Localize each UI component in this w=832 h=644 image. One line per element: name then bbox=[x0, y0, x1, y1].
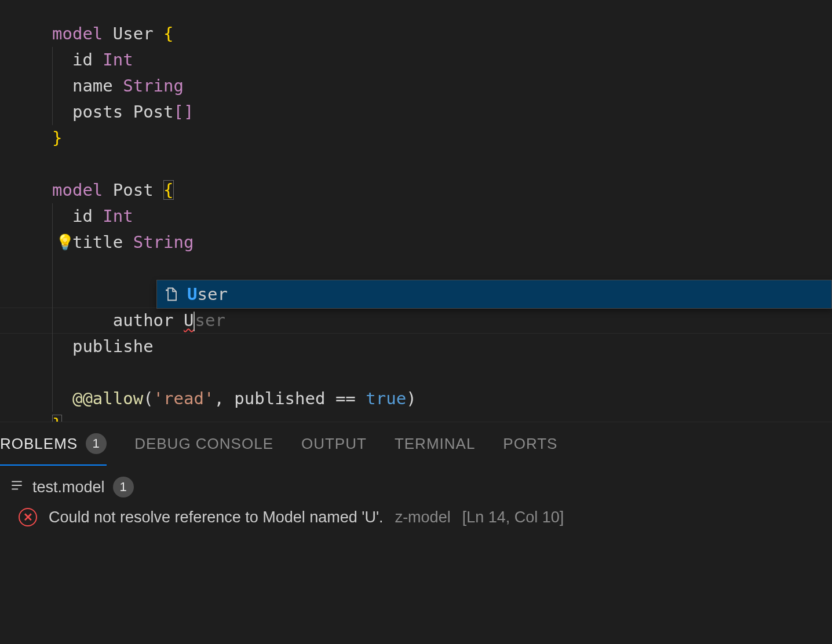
decorator: @@allow bbox=[72, 389, 143, 408]
field-name: name bbox=[72, 76, 113, 96]
code-line[interactable] bbox=[0, 360, 832, 386]
boolean-literal: true bbox=[366, 389, 406, 408]
brace-close: } bbox=[52, 128, 62, 148]
array-brackets: [] bbox=[174, 102, 194, 122]
lightbulb-icon[interactable]: 💡 bbox=[56, 229, 74, 255]
tab-debug-console[interactable]: DEBUG CONSOLE bbox=[134, 422, 273, 465]
type-name: User bbox=[113, 24, 154, 43]
field-name: id bbox=[72, 50, 93, 69]
code-line[interactable]: posts Post[] bbox=[0, 99, 832, 125]
tab-output[interactable]: OUTPUT bbox=[301, 422, 367, 465]
intellisense-label: User bbox=[187, 281, 228, 308]
file-error-count-badge: 1 bbox=[113, 477, 134, 497]
error-icon: ✕ bbox=[19, 508, 37, 526]
current-line-highlight bbox=[0, 308, 832, 334]
code-line[interactable]: @@allow('read', published == true) bbox=[0, 386, 832, 412]
problems-list[interactable]: test.model 1 ✕ Could not resolve referen… bbox=[0, 465, 832, 533]
keyword-model: model bbox=[52, 180, 103, 200]
tab-terminal[interactable]: TERMINAL bbox=[395, 422, 475, 465]
code-line[interactable] bbox=[0, 151, 832, 177]
problem-item[interactable]: ✕ Could not resolve reference to Model n… bbox=[9, 501, 823, 533]
code-line[interactable]: } bbox=[0, 125, 832, 151]
problems-file-name: test.model bbox=[32, 478, 105, 496]
field-name-partial: publishe bbox=[72, 336, 154, 356]
problem-location: [Ln 14, Col 10] bbox=[462, 508, 564, 526]
field-type: Int bbox=[103, 206, 133, 226]
code-line[interactable]: model Post { bbox=[0, 177, 832, 203]
class-icon bbox=[164, 286, 180, 302]
problems-file-row[interactable]: test.model 1 bbox=[9, 473, 823, 501]
field-name: title bbox=[72, 232, 123, 252]
problems-count-badge: 1 bbox=[86, 433, 107, 454]
panel-tabs: ROBLEMS 1 DEBUG CONSOLE OUTPUT TERMINAL … bbox=[0, 422, 832, 465]
field-name: id bbox=[72, 206, 93, 226]
field-type: String bbox=[133, 232, 194, 252]
code-line[interactable]: id Int bbox=[0, 47, 832, 73]
brace-open: { bbox=[163, 180, 173, 200]
keyword-model: model bbox=[52, 24, 103, 43]
tab-label: ROBLEMS bbox=[0, 435, 78, 453]
string-literal: 'read' bbox=[154, 389, 214, 408]
type-name: Post bbox=[113, 180, 154, 200]
code-line[interactable]: publishe bbox=[0, 334, 832, 360]
problem-source: z-model bbox=[395, 508, 451, 526]
field-type: String bbox=[123, 76, 184, 96]
code-line[interactable]: id Int bbox=[0, 203, 832, 229]
problem-message: Could not resolve reference to Model nam… bbox=[49, 508, 384, 526]
intellisense-popup[interactable]: User bbox=[156, 280, 832, 309]
code-editor[interactable]: model User { id Int name String posts Po… bbox=[0, 0, 832, 422]
brace-open: { bbox=[163, 24, 173, 43]
tab-problems[interactable]: ROBLEMS 1 bbox=[0, 422, 107, 465]
code-line[interactable]: model User { bbox=[0, 21, 832, 47]
file-icon bbox=[9, 478, 24, 497]
field-type: Int bbox=[103, 50, 133, 69]
field-name: posts bbox=[72, 102, 123, 122]
code-line[interactable]: name String bbox=[0, 73, 832, 99]
field-type: Post bbox=[133, 102, 174, 122]
intellisense-item[interactable]: User bbox=[157, 280, 831, 308]
code-line[interactable]: 💡 title String bbox=[0, 229, 832, 255]
tab-ports[interactable]: PORTS bbox=[503, 422, 557, 465]
bottom-panel: ROBLEMS 1 DEBUG CONSOLE OUTPUT TERMINAL … bbox=[0, 422, 832, 644]
